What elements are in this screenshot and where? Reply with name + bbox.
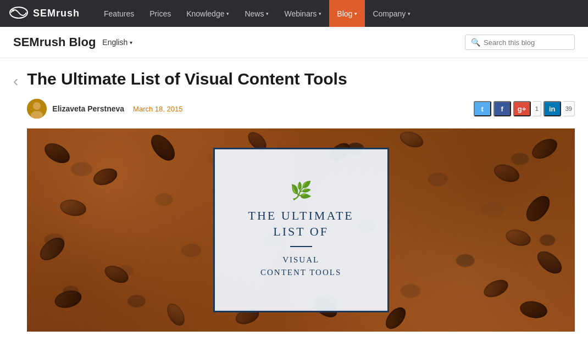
- nav-item-knowledge[interactable]: Knowledge ▾: [179, 0, 237, 27]
- nav-item-prices[interactable]: Prices: [142, 0, 179, 27]
- linkedin-count: 39: [563, 101, 575, 116]
- article-hero-image: 🌿 THE ULTIMATE LIST OF VISUAL CONTENT TO…: [27, 128, 575, 332]
- top-navigation: SEMrush Features Prices Knowledge ▾ News…: [0, 0, 588, 27]
- nav-item-blog[interactable]: Blog ▾: [329, 0, 365, 27]
- gplus-count: 1: [533, 101, 541, 116]
- article-meta: Elizaveta Perstneva March 18, 2015 t f g…: [27, 99, 575, 119]
- nav-item-webinars[interactable]: Webinars ▾: [276, 0, 329, 27]
- gplus-share-button[interactable]: g+: [513, 101, 531, 116]
- twitter-share-button[interactable]: t: [474, 101, 491, 116]
- logo-text: SEMrush: [33, 8, 80, 19]
- nav-items: Features Prices Knowledge ▾ News ▾ Webin…: [96, 0, 579, 27]
- linkedin-share-button[interactable]: in: [543, 101, 561, 116]
- back-arrow-button[interactable]: ‹: [13, 74, 18, 89]
- search-area[interactable]: 🔍: [465, 35, 575, 50]
- card-title-main: THE ULTIMATE LIST OF: [248, 208, 354, 239]
- news-dropdown-arrow: ▾: [266, 11, 269, 16]
- search-icon: 🔍: [471, 38, 480, 47]
- nav-item-news[interactable]: News ▾: [237, 0, 276, 27]
- social-buttons: t f g+ 1 in 39: [474, 101, 575, 116]
- search-input[interactable]: [484, 38, 569, 47]
- nav-item-company[interactable]: Company ▾: [365, 0, 418, 27]
- facebook-share-button[interactable]: f: [493, 101, 511, 116]
- card-divider: [290, 246, 312, 247]
- blog-dropdown-arrow: ▾: [354, 11, 357, 16]
- main-content: ‹ The Ultimate List of Visual Content To…: [0, 58, 588, 332]
- logo-area[interactable]: SEMrush: [9, 5, 80, 23]
- language-dropdown-arrow: ▾: [130, 40, 132, 46]
- company-dropdown-arrow: ▾: [408, 11, 411, 16]
- svg-point-3: [33, 102, 41, 110]
- author-avatar: [27, 99, 47, 119]
- card-subtitle: VISUAL CONTENT TOOLS: [260, 254, 341, 278]
- article-date: March 18, 2015: [133, 105, 182, 113]
- article-title: The Ultimate List of Visual Content Tool…: [27, 69, 575, 89]
- card-decoration: 🌿: [290, 182, 312, 199]
- back-arrow-area: ‹ The Ultimate List of Visual Content To…: [0, 69, 588, 332]
- blog-title: SEMrush Blog: [13, 35, 96, 49]
- sub-header: SEMrush Blog English ▾ 🔍: [0, 27, 588, 58]
- article-area: The Ultimate List of Visual Content Tool…: [27, 69, 575, 332]
- semrush-logo-icon: [9, 5, 29, 23]
- author-name: Elizaveta Perstneva: [52, 104, 124, 113]
- svg-point-1: [12, 9, 14, 12]
- author-area: Elizaveta Perstneva March 18, 2015: [27, 99, 182, 119]
- language-selector[interactable]: English ▾: [102, 38, 132, 47]
- webinars-dropdown-arrow: ▾: [319, 11, 321, 16]
- nav-item-features[interactable]: Features: [96, 0, 142, 27]
- article-overlay-card: 🌿 THE ULTIMATE LIST OF VISUAL CONTENT TO…: [213, 148, 389, 312]
- knowledge-dropdown-arrow: ▾: [226, 11, 229, 16]
